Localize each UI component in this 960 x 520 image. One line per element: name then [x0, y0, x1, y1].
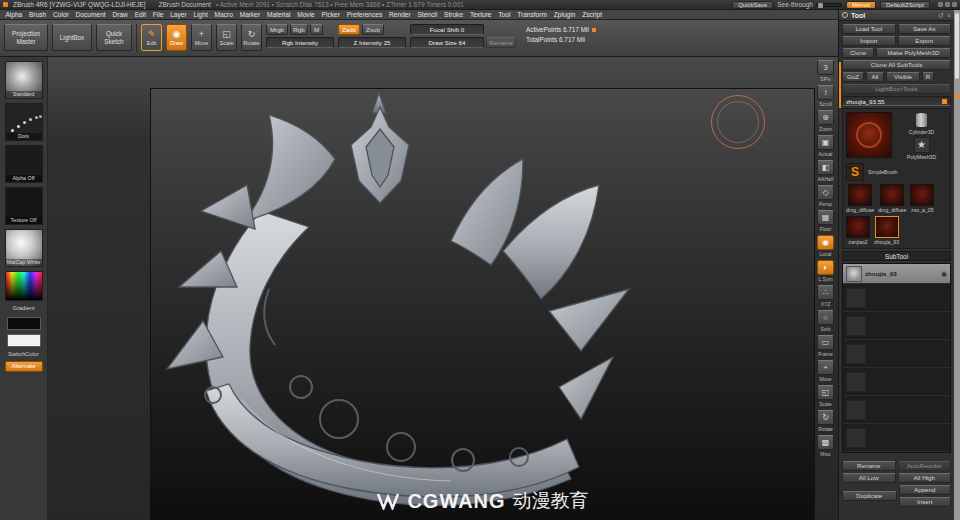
- gradient-button[interactable]: Gradient: [12, 305, 34, 311]
- edit-mode-button[interactable]: ✎ Edit: [141, 24, 162, 51]
- subtool-item[interactable]: [843, 424, 950, 452]
- maximize-icon[interactable]: [945, 2, 950, 7]
- xyz-button[interactable]: ∴: [817, 285, 834, 300]
- menu-alpha[interactable]: Alpha: [2, 11, 26, 18]
- close-icon[interactable]: [952, 2, 957, 7]
- menu-light[interactable]: Light: [190, 11, 211, 18]
- menu-macro[interactable]: Macro: [211, 11, 236, 18]
- frame-button[interactable]: ▭: [817, 335, 834, 350]
- subtool-item[interactable]: [843, 284, 950, 312]
- clone-all-subtools-button[interactable]: Clone All SubTools: [842, 60, 951, 70]
- focal-shift-slider[interactable]: Focal Shift 0: [410, 24, 484, 35]
- all-high-button[interactable]: All High: [898, 473, 952, 483]
- mrgb-button[interactable]: Mrgb: [266, 24, 288, 35]
- menu-document[interactable]: Document: [72, 11, 109, 18]
- clone-button[interactable]: Clone: [842, 48, 874, 58]
- load-tool-button[interactable]: Load Tool: [842, 24, 896, 34]
- quicksave-button[interactable]: QuickSave: [732, 1, 773, 9]
- menu-color[interactable]: Color: [50, 11, 73, 18]
- duplicate-button[interactable]: Duplicate: [842, 491, 897, 501]
- menu-material[interactable]: Material: [264, 11, 294, 18]
- subtool-item[interactable]: [843, 396, 950, 424]
- scale-button[interactable]: ◱: [817, 385, 834, 400]
- see-through-control[interactable]: See-through: [777, 1, 842, 8]
- visibility-eye-icon[interactable]: ◉: [941, 270, 947, 278]
- lsym-button[interactable]: ◐: [817, 260, 834, 275]
- actual-size-button[interactable]: ▣: [817, 135, 834, 150]
- subtool-item[interactable]: [843, 368, 950, 396]
- persp-button[interactable]: ◇: [817, 185, 834, 200]
- autoreorder-button[interactable]: AutoReorder: [898, 461, 952, 471]
- menu-file[interactable]: File: [149, 11, 166, 18]
- rgb-intensity-slider[interactable]: Rgb Intensity: [266, 37, 334, 48]
- goz-all-button[interactable]: All: [866, 72, 884, 82]
- panel-close-icon[interactable]: ×: [947, 11, 951, 20]
- scroll-button[interactable]: ↕: [817, 85, 834, 100]
- document-canvas[interactable]: CGWANG 动漫教育: [150, 88, 815, 520]
- menu-brush[interactable]: Brush: [26, 11, 50, 18]
- menu-stencil[interactable]: Stencil: [414, 11, 441, 18]
- alternate-button[interactable]: Alternate: [5, 361, 43, 372]
- menu-tool[interactable]: Tool: [495, 11, 514, 18]
- rotate-mode-button[interactable]: ↻ Rotate: [241, 24, 262, 51]
- zadd-button[interactable]: Zadd: [338, 24, 360, 35]
- rename-button[interactable]: Rename: [486, 37, 516, 48]
- misc-button[interactable]: ▩: [817, 435, 834, 450]
- all-low-button[interactable]: All Low: [842, 473, 896, 483]
- goz-visible-button[interactable]: Visible: [886, 72, 920, 82]
- menu-movie[interactable]: Movie: [294, 11, 318, 18]
- sculpt-model[interactable]: [151, 89, 815, 520]
- window-controls[interactable]: [938, 2, 957, 7]
- subtool-section-header[interactable]: SubTool: [842, 251, 951, 261]
- lightbox-button[interactable]: LightBox: [52, 24, 92, 51]
- minimize-icon[interactable]: [938, 2, 943, 7]
- menu-zscript[interactable]: Zscript: [579, 11, 606, 18]
- current-texture-thumbnail[interactable]: Texture Off: [5, 187, 43, 225]
- menu-marker[interactable]: Marker: [236, 11, 263, 18]
- draw-size-slider[interactable]: Draw Size 64: [410, 37, 484, 48]
- goz-button[interactable]: GoZ: [842, 72, 864, 82]
- menu-render[interactable]: Render: [386, 11, 414, 18]
- switchcolor-button[interactable]: SwitchColor: [8, 351, 39, 357]
- rotate-button[interactable]: ↻: [817, 410, 834, 425]
- tool-thumbnail[interactable]: [910, 184, 934, 206]
- subtool-item[interactable]: [843, 340, 950, 368]
- floor-button[interactable]: ▦: [817, 210, 834, 225]
- solo-button[interactable]: ○: [817, 310, 834, 325]
- cylinder3d-thumbnail[interactable]: [915, 112, 928, 128]
- goz-r-button[interactable]: R: [922, 72, 934, 82]
- main-color-swatch[interactable]: [7, 317, 41, 330]
- zsub-button[interactable]: Zsub: [362, 24, 384, 35]
- menu-transform[interactable]: Transform: [514, 11, 551, 18]
- active-tool-thumbnail[interactable]: [846, 112, 892, 158]
- m-button[interactable]: M: [310, 24, 323, 35]
- scale-mode-button[interactable]: ◱ Scale: [216, 24, 237, 51]
- menu-layer[interactable]: Layer: [167, 11, 190, 18]
- polymesh3d-thumbnail[interactable]: ★: [914, 137, 930, 153]
- aahalf-button[interactable]: ◧: [817, 160, 834, 175]
- menu-stroke[interactable]: Stroke: [441, 11, 467, 18]
- export-button[interactable]: Export: [898, 36, 952, 46]
- draw-mode-button[interactable]: ◉ Draw: [166, 24, 187, 51]
- rgb-button[interactable]: Rgb: [290, 24, 308, 35]
- restore-icon[interactable]: ↺: [938, 11, 944, 20]
- save-as-button[interactable]: Save As: [898, 24, 952, 34]
- menu-draw[interactable]: Draw: [109, 11, 131, 18]
- subtool-item[interactable]: [843, 312, 950, 340]
- move-mode-button[interactable]: + Move: [191, 24, 212, 51]
- see-through-thumb[interactable]: [818, 3, 823, 8]
- current-material-thumbnail[interactable]: MatCap White: [5, 229, 43, 267]
- menu-edit[interactable]: Edit: [131, 11, 149, 18]
- color-picker[interactable]: [5, 271, 43, 301]
- import-button[interactable]: Import: [842, 36, 896, 46]
- selected-tool-thumbnail[interactable]: [875, 216, 899, 238]
- spix-value[interactable]: 3: [817, 60, 834, 75]
- tool-thumbnail[interactable]: [846, 216, 870, 238]
- tool-thumbnail[interactable]: [848, 184, 872, 206]
- zoom-button[interactable]: ⊕: [817, 110, 834, 125]
- local-button[interactable]: ◉: [817, 235, 834, 250]
- panel-scrollbar[interactable]: [954, 10, 960, 520]
- current-alpha-thumbnail[interactable]: Alpha Off: [5, 145, 43, 183]
- insert-button[interactable]: Insert: [899, 497, 952, 507]
- scrollbar-thumb[interactable]: [955, 13, 959, 79]
